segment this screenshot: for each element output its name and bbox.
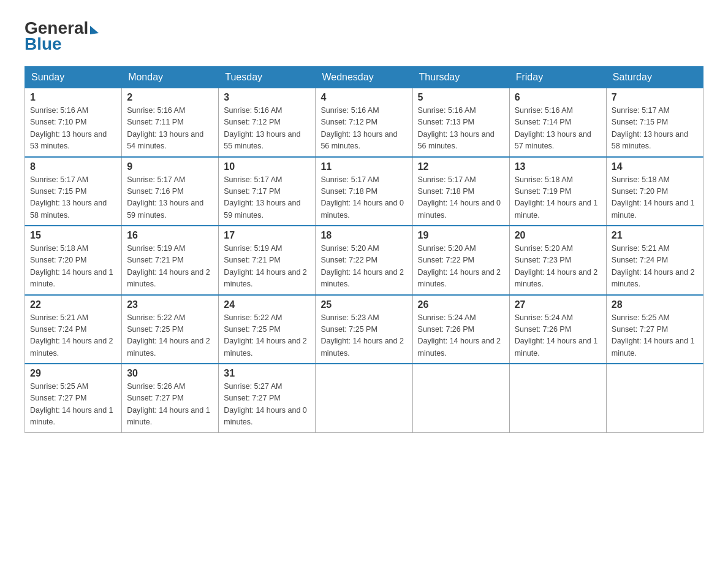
calendar-cell: 3 Sunrise: 5:16 AM Sunset: 7:12 PM Dayli… xyxy=(219,88,316,157)
day-info: Sunrise: 5:17 AM Sunset: 7:15 PM Dayligh… xyxy=(30,174,116,222)
calendar-cell: 2 Sunrise: 5:16 AM Sunset: 7:11 PM Dayli… xyxy=(122,88,219,157)
calendar-cell: 27 Sunrise: 5:24 AM Sunset: 7:26 PM Dayl… xyxy=(509,295,606,364)
calendar-cell xyxy=(316,364,412,432)
weekday-header-thursday: Thursday xyxy=(412,67,509,88)
calendar-cell: 6 Sunrise: 5:16 AM Sunset: 7:14 PM Dayli… xyxy=(509,88,606,157)
day-number: 8 xyxy=(30,161,116,172)
day-info: Sunrise: 5:18 AM Sunset: 7:19 PM Dayligh… xyxy=(515,174,601,222)
day-info: Sunrise: 5:17 AM Sunset: 7:16 PM Dayligh… xyxy=(127,174,213,222)
calendar-cell: 7 Sunrise: 5:17 AM Sunset: 7:15 PM Dayli… xyxy=(606,88,703,157)
calendar-cell: 18 Sunrise: 5:20 AM Sunset: 7:22 PM Dayl… xyxy=(316,226,412,295)
day-info: Sunrise: 5:23 AM Sunset: 7:25 PM Dayligh… xyxy=(320,312,407,360)
weekday-header-sunday: Sunday xyxy=(25,67,122,88)
day-info: Sunrise: 5:16 AM Sunset: 7:11 PM Dayligh… xyxy=(127,105,213,153)
day-number: 15 xyxy=(30,230,116,241)
calendar-week-row: 1 Sunrise: 5:16 AM Sunset: 7:10 PM Dayli… xyxy=(25,88,703,157)
day-number: 21 xyxy=(612,230,698,241)
calendar-table: SundayMondayTuesdayWednesdayThursdayFrid… xyxy=(25,66,703,433)
day-number: 20 xyxy=(515,230,601,241)
calendar-cell: 12 Sunrise: 5:17 AM Sunset: 7:18 PM Dayl… xyxy=(412,157,509,226)
day-number: 27 xyxy=(515,299,601,310)
day-info: Sunrise: 5:27 AM Sunset: 7:27 PM Dayligh… xyxy=(224,381,310,429)
calendar-cell xyxy=(606,364,703,432)
day-number: 17 xyxy=(224,230,310,241)
day-info: Sunrise: 5:22 AM Sunset: 7:25 PM Dayligh… xyxy=(224,312,310,360)
calendar-cell: 24 Sunrise: 5:22 AM Sunset: 7:25 PM Dayl… xyxy=(219,295,316,364)
calendar-cell: 16 Sunrise: 5:19 AM Sunset: 7:21 PM Dayl… xyxy=(122,226,219,295)
day-number: 7 xyxy=(612,92,698,103)
calendar-cell: 30 Sunrise: 5:26 AM Sunset: 7:27 PM Dayl… xyxy=(122,364,219,432)
day-info: Sunrise: 5:20 AM Sunset: 7:22 PM Dayligh… xyxy=(320,243,407,291)
day-info: Sunrise: 5:19 AM Sunset: 7:21 PM Dayligh… xyxy=(127,243,213,291)
weekday-header-monday: Monday xyxy=(122,67,219,88)
day-number: 25 xyxy=(320,299,407,310)
day-number: 18 xyxy=(320,230,407,241)
day-info: Sunrise: 5:16 AM Sunset: 7:14 PM Dayligh… xyxy=(515,105,601,153)
day-info: Sunrise: 5:16 AM Sunset: 7:12 PM Dayligh… xyxy=(320,105,407,153)
logo: General Blue xyxy=(25,18,99,54)
calendar-week-row: 29 Sunrise: 5:25 AM Sunset: 7:27 PM Dayl… xyxy=(25,364,703,432)
day-number: 28 xyxy=(612,299,698,310)
calendar-cell: 31 Sunrise: 5:27 AM Sunset: 7:27 PM Dayl… xyxy=(219,364,316,432)
day-number: 14 xyxy=(612,161,698,172)
weekday-header-friday: Friday xyxy=(509,67,606,88)
day-info: Sunrise: 5:16 AM Sunset: 7:13 PM Dayligh… xyxy=(418,105,504,153)
day-number: 12 xyxy=(418,161,504,172)
calendar-cell xyxy=(509,364,606,432)
calendar-cell: 10 Sunrise: 5:17 AM Sunset: 7:17 PM Dayl… xyxy=(219,157,316,226)
calendar-cell: 9 Sunrise: 5:17 AM Sunset: 7:16 PM Dayli… xyxy=(122,157,219,226)
day-info: Sunrise: 5:22 AM Sunset: 7:25 PM Dayligh… xyxy=(127,312,213,360)
calendar-cell: 17 Sunrise: 5:19 AM Sunset: 7:21 PM Dayl… xyxy=(219,226,316,295)
day-info: Sunrise: 5:18 AM Sunset: 7:20 PM Dayligh… xyxy=(612,174,698,222)
day-number: 22 xyxy=(30,299,116,310)
day-number: 3 xyxy=(224,92,310,103)
day-number: 16 xyxy=(127,230,213,241)
day-number: 1 xyxy=(30,92,116,103)
day-info: Sunrise: 5:17 AM Sunset: 7:18 PM Dayligh… xyxy=(418,174,504,222)
day-info: Sunrise: 5:20 AM Sunset: 7:22 PM Dayligh… xyxy=(418,243,504,291)
weekday-header-tuesday: Tuesday xyxy=(219,67,316,88)
calendar-cell: 22 Sunrise: 5:21 AM Sunset: 7:24 PM Dayl… xyxy=(25,295,122,364)
day-info: Sunrise: 5:25 AM Sunset: 7:27 PM Dayligh… xyxy=(30,381,116,429)
calendar-cell: 25 Sunrise: 5:23 AM Sunset: 7:25 PM Dayl… xyxy=(316,295,412,364)
calendar-cell: 29 Sunrise: 5:25 AM Sunset: 7:27 PM Dayl… xyxy=(25,364,122,432)
day-number: 13 xyxy=(515,161,601,172)
day-info: Sunrise: 5:21 AM Sunset: 7:24 PM Dayligh… xyxy=(612,243,698,291)
day-number: 11 xyxy=(320,161,407,172)
page-header: General Blue xyxy=(25,18,703,54)
day-info: Sunrise: 5:26 AM Sunset: 7:27 PM Dayligh… xyxy=(127,381,213,429)
day-number: 10 xyxy=(224,161,310,172)
calendar-week-row: 8 Sunrise: 5:17 AM Sunset: 7:15 PM Dayli… xyxy=(25,157,703,226)
day-number: 19 xyxy=(418,230,504,241)
calendar-cell: 13 Sunrise: 5:18 AM Sunset: 7:19 PM Dayl… xyxy=(509,157,606,226)
day-number: 6 xyxy=(515,92,601,103)
calendar-cell: 4 Sunrise: 5:16 AM Sunset: 7:12 PM Dayli… xyxy=(316,88,412,157)
calendar-cell: 21 Sunrise: 5:21 AM Sunset: 7:24 PM Dayl… xyxy=(606,226,703,295)
day-number: 23 xyxy=(127,299,213,310)
day-info: Sunrise: 5:19 AM Sunset: 7:21 PM Dayligh… xyxy=(224,243,310,291)
day-number: 4 xyxy=(320,92,407,103)
day-info: Sunrise: 5:24 AM Sunset: 7:26 PM Dayligh… xyxy=(418,312,504,360)
day-info: Sunrise: 5:17 AM Sunset: 7:17 PM Dayligh… xyxy=(224,174,310,222)
day-info: Sunrise: 5:24 AM Sunset: 7:26 PM Dayligh… xyxy=(515,312,601,360)
logo-triangle-icon xyxy=(90,26,99,34)
calendar-cell: 20 Sunrise: 5:20 AM Sunset: 7:23 PM Dayl… xyxy=(509,226,606,295)
day-info: Sunrise: 5:20 AM Sunset: 7:23 PM Dayligh… xyxy=(515,243,601,291)
calendar-cell: 28 Sunrise: 5:25 AM Sunset: 7:27 PM Dayl… xyxy=(606,295,703,364)
calendar-week-row: 22 Sunrise: 5:21 AM Sunset: 7:24 PM Dayl… xyxy=(25,295,703,364)
calendar-cell: 26 Sunrise: 5:24 AM Sunset: 7:26 PM Dayl… xyxy=(412,295,509,364)
logo-blue: Blue xyxy=(25,34,62,53)
day-number: 30 xyxy=(127,368,213,379)
day-number: 29 xyxy=(30,368,116,379)
calendar-cell: 23 Sunrise: 5:22 AM Sunset: 7:25 PM Dayl… xyxy=(122,295,219,364)
calendar-cell: 1 Sunrise: 5:16 AM Sunset: 7:10 PM Dayli… xyxy=(25,88,122,157)
day-info: Sunrise: 5:21 AM Sunset: 7:24 PM Dayligh… xyxy=(30,312,116,360)
day-info: Sunrise: 5:18 AM Sunset: 7:20 PM Dayligh… xyxy=(30,243,116,291)
calendar-cell xyxy=(412,364,509,432)
calendar-cell: 14 Sunrise: 5:18 AM Sunset: 7:20 PM Dayl… xyxy=(606,157,703,226)
calendar-week-row: 15 Sunrise: 5:18 AM Sunset: 7:20 PM Dayl… xyxy=(25,226,703,295)
day-info: Sunrise: 5:17 AM Sunset: 7:15 PM Dayligh… xyxy=(612,105,698,153)
day-number: 26 xyxy=(418,299,504,310)
weekday-header-saturday: Saturday xyxy=(606,67,703,88)
calendar-cell: 8 Sunrise: 5:17 AM Sunset: 7:15 PM Dayli… xyxy=(25,157,122,226)
